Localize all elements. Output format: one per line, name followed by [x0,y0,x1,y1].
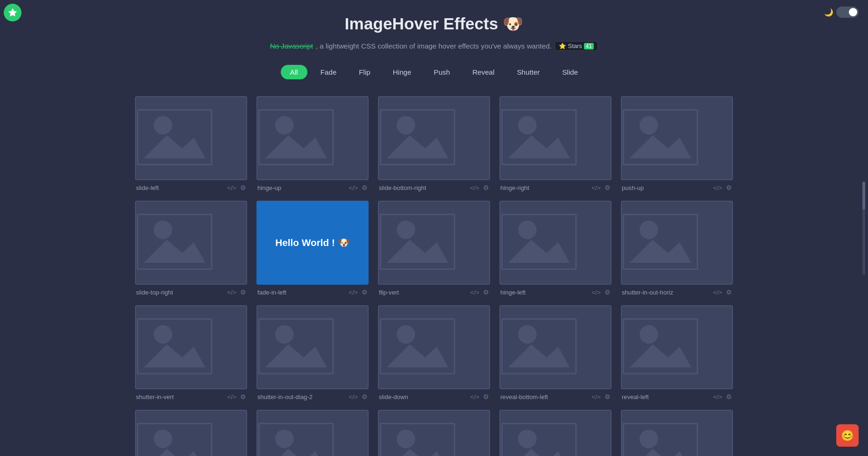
card-image-reveal-bottom-left[interactable] [499,305,612,389]
code-icon[interactable]: </> [713,289,722,296]
code-icon[interactable]: </> [470,184,479,191]
card-image-slide-top-right[interactable] [135,201,247,285]
code-icon[interactable]: </> [349,184,358,191]
card-actions: </>⚙ [713,393,732,400]
code-icon[interactable]: </> [349,289,358,296]
filter-tab-flip[interactable]: Flip [349,65,379,79]
filter-tab-fade[interactable]: Fade [311,65,346,79]
no-javascript-link[interactable]: No Javascript [270,42,313,50]
card-name: fade-in-left [257,289,286,296]
main-content: ImageHover Effects 🐶 No Javascript , a l… [107,0,761,456]
settings-icon[interactable]: ⚙ [362,288,368,296]
svg-point-70 [518,430,537,449]
settings-icon[interactable]: ⚙ [605,393,611,400]
card-label: hinge-left</>⚙ [499,288,612,296]
image-placeholder [257,317,368,377]
settings-icon[interactable]: ⚙ [726,393,732,400]
code-icon[interactable]: </> [591,184,601,191]
theme-toggle-area: 🌙 [824,7,859,18]
card-name: push-up [622,184,644,191]
card-name: shutter-in-out-diag-2 [257,393,313,400]
card-image-partial-row-3[interactable] [378,410,490,456]
dark-mode-toggle[interactable] [836,7,859,18]
settings-icon[interactable]: ⚙ [605,184,611,191]
settings-icon[interactable]: ⚙ [726,288,732,296]
github-badge[interactable]: ⭐ Stars 41 [555,41,598,51]
chat-icon: 😊 [841,429,854,442]
card-name: shutter-in-out-horiz [622,289,673,296]
svg-point-14 [518,116,537,135]
logo-button[interactable] [4,4,21,21]
card-image-partial-row-1[interactable] [135,410,247,456]
filter-tab-push[interactable]: Push [425,65,460,79]
settings-icon[interactable]: ⚙ [240,184,246,191]
code-icon[interactable]: </> [591,393,601,400]
settings-icon[interactable]: ⚙ [362,393,368,400]
card-image-flip-vert[interactable] [378,201,490,285]
card-label: hinge-right</>⚙ [499,184,612,191]
card-label: reveal-left</>⚙ [621,393,733,400]
code-icon[interactable]: </> [349,393,358,400]
card-image-shutter-in-vert[interactable] [135,305,247,389]
filter-tab-all[interactable]: All [281,65,307,79]
image-placeholder [622,108,732,168]
card-image-slide-bottom-right[interactable] [378,96,490,180]
card-item: shutter-in-out-diag-2</>⚙ [256,305,369,400]
chat-button[interactable]: 😊 [836,424,859,447]
image-placeholder [379,213,489,273]
svg-point-34 [640,221,658,239]
code-icon[interactable]: </> [470,289,479,296]
card-item: partial-row-3</>⚙ [378,410,490,456]
code-icon[interactable]: </> [591,289,601,296]
card-image-slide-down[interactable] [378,305,490,389]
filter-tab-slide[interactable]: Slide [553,65,587,79]
filter-tab-reveal[interactable]: Reveal [463,65,504,79]
filter-tab-shutter[interactable]: Shutter [507,65,549,79]
card-item: partial-row-4</>⚙ [499,410,612,456]
image-placeholder [136,317,246,377]
scrollbar[interactable] [862,182,865,275]
card-image-shutter-in-out-diag-2[interactable] [256,305,369,389]
settings-icon[interactable]: ⚙ [240,393,246,400]
settings-icon[interactable]: ⚙ [362,184,368,191]
settings-icon[interactable]: ⚙ [483,393,489,400]
filter-tab-hinge[interactable]: Hinge [384,65,421,79]
card-name: slide-bottom-right [379,184,426,191]
card-label: reveal-bottom-left</>⚙ [499,393,612,400]
card-label: shutter-in-out-horiz</>⚙ [621,288,733,296]
code-icon[interactable]: </> [713,393,722,400]
card-item: partial-row-2</>⚙ [256,410,369,456]
code-icon[interactable]: </> [227,184,236,191]
card-image-partial-row-2[interactable] [256,410,369,456]
card-image-partial-row-4[interactable] [499,410,612,456]
svg-point-30 [518,221,537,239]
card-image-hinge-right[interactable] [499,96,612,180]
code-icon[interactable]: </> [713,184,722,191]
card-image-fade-in-left[interactable]: Hello World ! 🐶 [256,201,369,285]
image-placeholder [379,422,489,456]
settings-icon[interactable]: ⚙ [726,184,732,191]
settings-icon[interactable]: ⚙ [483,288,489,296]
scrollbar-thumb[interactable] [862,182,865,210]
code-icon[interactable]: </> [227,289,236,296]
card-item: shutter-in-vert</>⚙ [135,305,247,400]
settings-icon[interactable]: ⚙ [605,288,611,296]
card-image-reveal-left[interactable] [621,305,733,389]
card-item: hinge-up</>⚙ [256,96,369,191]
code-icon[interactable]: </> [470,393,479,400]
card-image-shutter-in-out-horiz[interactable] [621,201,733,285]
card-image-partial-row-5[interactable] [621,410,733,456]
svg-point-54 [640,325,658,344]
card-image-hinge-up[interactable] [256,96,369,180]
moon-icon: 🌙 [824,8,833,17]
card-label: slide-down</>⚙ [378,393,490,400]
card-image-push-up[interactable] [621,96,733,180]
card-image-hinge-left[interactable] [499,201,612,285]
card-item: hinge-left</>⚙ [499,201,612,296]
code-icon[interactable]: </> [227,393,236,400]
settings-icon[interactable]: ⚙ [240,288,246,296]
image-placeholder [136,108,246,168]
card-image-slide-left[interactable] [135,96,247,180]
svg-rect-68 [500,422,577,456]
settings-icon[interactable]: ⚙ [483,184,489,191]
